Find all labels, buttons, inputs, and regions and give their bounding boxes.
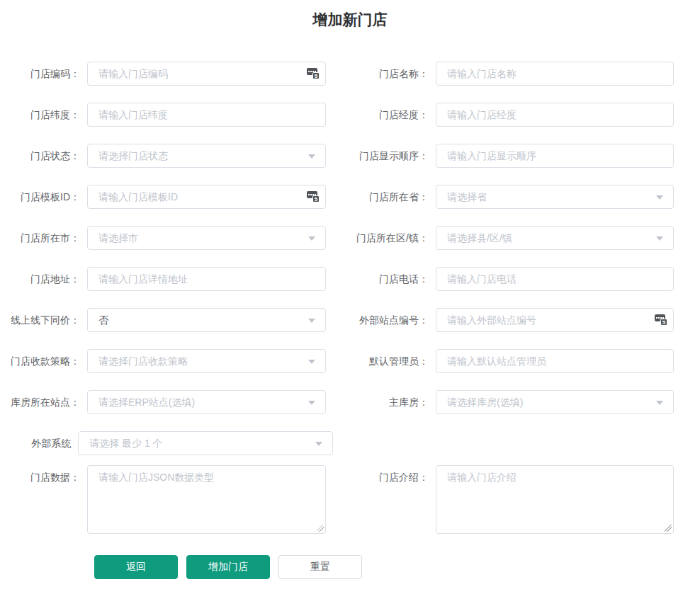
same-price-online-offline-selected-value: 否 xyxy=(98,314,108,326)
store-longitude-input[interactable] xyxy=(436,103,674,127)
same-price-online-offline-label: 线上线下同价： xyxy=(0,308,87,332)
external-system-select[interactable]: 请选择 最少 1 个 xyxy=(78,431,333,455)
add-store-page: 增加新门店 门店编码：5门店名称：门店纬度：门店经度：门店状态：请选择门店状态门… xyxy=(0,0,700,579)
chevron-down-icon xyxy=(315,442,322,446)
external-system-placeholder: 请选择 最少 1 个 xyxy=(89,438,162,449)
form-row: 门店地址：门店电话： xyxy=(0,267,700,291)
store-name-label: 门店名称： xyxy=(333,62,436,86)
store-payment-strategy-label: 门店收款策略： xyxy=(0,349,87,373)
store-longitude-label: 门店经度： xyxy=(333,103,436,127)
field-main-warehouse: 主库房：请选择库房(选填) xyxy=(333,390,681,414)
store-city-select[interactable]: 请选择市 xyxy=(87,226,326,250)
field-store-display-order: 门店显示顺序： xyxy=(333,144,681,168)
store-address-control xyxy=(87,267,326,291)
store-district-select[interactable]: 请选择县/区/镇 xyxy=(436,226,674,250)
store-phone-label: 门店电话： xyxy=(333,267,436,291)
field-store-code: 门店编码：5 xyxy=(0,62,333,86)
warehouse-site-select[interactable]: 请选择ERP站点(选填) xyxy=(87,390,326,414)
field-store-province: 门店所在省：请选择省 xyxy=(333,185,681,209)
resize-handle-icon[interactable] xyxy=(317,525,324,532)
chevron-down-icon xyxy=(308,319,315,323)
default-admin-label: 默认管理员： xyxy=(333,349,436,373)
form-row: 门店所在市：请选择市门店所在区/镇：请选择县/区/镇 xyxy=(0,226,700,250)
store-province-select[interactable]: 请选择省 xyxy=(436,185,674,209)
form-row: 门店编码：5门店名称： xyxy=(0,62,700,86)
store-address-input[interactable] xyxy=(87,267,326,291)
store-data-json-label: 门店数据： xyxy=(0,465,87,489)
field-external-site-code: 外部站点编号：5 xyxy=(333,308,681,332)
main-warehouse-label: 主库房： xyxy=(333,390,436,414)
main-warehouse-placeholder: 请选择库房(选填) xyxy=(447,396,523,408)
store-city-label: 门店所在市： xyxy=(0,226,87,250)
store-district-placeholder: 请选择县/区/镇 xyxy=(447,232,512,244)
warehouse-site-label: 库房所在站点： xyxy=(0,390,87,414)
store-code-input[interactable] xyxy=(87,62,326,86)
field-store-data-json: 门店数据： xyxy=(0,465,333,534)
resize-handle-icon[interactable] xyxy=(665,525,672,532)
field-store-template-id: 门店模板ID：5 xyxy=(0,185,333,209)
store-payment-strategy-select[interactable]: 请选择门店收款策略 xyxy=(87,349,326,373)
chevron-down-icon xyxy=(656,401,663,405)
form-row: 门店数据：门店介绍： xyxy=(0,465,700,534)
ime-icon-badge: 5 xyxy=(660,319,667,326)
field-store-phone: 门店电话： xyxy=(333,267,681,291)
field-default-admin: 默认管理员： xyxy=(333,349,681,373)
store-district-label: 门店所在区/镇： xyxy=(333,226,436,250)
store-template-id-control: 5 xyxy=(87,185,326,209)
warehouse-site-placeholder: 请选择ERP站点(选填) xyxy=(98,396,195,408)
store-display-order-input[interactable] xyxy=(436,144,674,168)
form-row: 外部系统请选择 最少 1 个 xyxy=(0,431,700,455)
form-row: 门店模板ID：5门店所在省：请选择省 xyxy=(0,185,700,209)
add-store-form: 门店编码：5门店名称：门店纬度：门店经度：门店状态：请选择门店状态门店显示顺序：… xyxy=(0,62,700,534)
external-site-code-input[interactable] xyxy=(436,308,674,332)
external-site-code-label: 外部站点编号： xyxy=(333,308,436,332)
add-store-button[interactable]: 增加门店 xyxy=(186,555,270,579)
field-store-status: 门店状态：请选择门店状态 xyxy=(0,144,333,168)
store-province-label: 门店所在省： xyxy=(333,185,436,209)
store-template-id-input[interactable] xyxy=(87,185,326,209)
reset-button[interactable]: 重置 xyxy=(278,555,362,579)
store-display-order-control xyxy=(436,144,674,168)
default-admin-control xyxy=(436,349,674,373)
store-name-input[interactable] xyxy=(436,62,674,86)
store-latitude-label: 门店纬度： xyxy=(0,103,87,127)
store-data-json-control xyxy=(87,465,326,534)
form-row: 线上线下同价：否外部站点编号：5 xyxy=(0,308,700,332)
store-phone-control xyxy=(436,267,674,291)
main-warehouse-select[interactable]: 请选择库房(选填) xyxy=(436,390,674,414)
default-admin-input[interactable] xyxy=(436,349,674,373)
store-introduction-label: 门店介绍： xyxy=(333,465,436,489)
form-row: 门店收款策略：请选择门店收款策略默认管理员： xyxy=(0,349,700,373)
store-phone-input[interactable] xyxy=(436,267,674,291)
store-payment-strategy-placeholder: 请选择门店收款策略 xyxy=(98,355,188,367)
field-store-address: 门店地址： xyxy=(0,267,333,291)
same-price-online-offline-select[interactable]: 否 xyxy=(87,308,326,332)
store-code-label: 门店编码： xyxy=(0,62,87,86)
chevron-down-icon xyxy=(308,236,315,241)
external-system-label: 外部系统 xyxy=(0,431,78,455)
form-actions: 返回 增加门店 重置 xyxy=(0,555,700,579)
field-store-city: 门店所在市：请选择市 xyxy=(0,226,333,250)
store-display-order-label: 门店显示顺序： xyxy=(333,144,436,168)
store-longitude-control xyxy=(436,103,674,127)
store-latitude-input[interactable] xyxy=(87,103,326,127)
form-row: 门店状态：请选择门店状态门店显示顺序： xyxy=(0,144,700,168)
chevron-down-icon xyxy=(308,360,315,364)
back-button[interactable]: 返回 xyxy=(94,555,178,579)
field-same-price-online-offline: 线上线下同价：否 xyxy=(0,308,333,332)
store-template-id-label: 门店模板ID： xyxy=(0,185,87,209)
store-status-placeholder: 请选择门店状态 xyxy=(98,150,168,161)
external-site-code-control: 5 xyxy=(436,308,674,332)
ime-icon-dots xyxy=(308,71,310,72)
store-status-label: 门店状态： xyxy=(0,144,87,168)
ime-icon-dots xyxy=(656,317,657,319)
store-data-json-textarea[interactable] xyxy=(87,465,326,534)
field-warehouse-site: 库房所在站点：请选择ERP站点(选填) xyxy=(0,390,333,414)
ime-input-icon: 5 xyxy=(307,68,320,79)
store-introduction-control xyxy=(436,465,674,534)
store-status-select[interactable]: 请选择门店状态 xyxy=(87,144,326,168)
store-introduction-textarea[interactable] xyxy=(436,465,674,534)
ime-input-icon: 5 xyxy=(655,314,667,326)
chevron-down-icon xyxy=(656,195,663,200)
field-external-system: 外部系统请选择 最少 1 个 xyxy=(0,431,333,455)
